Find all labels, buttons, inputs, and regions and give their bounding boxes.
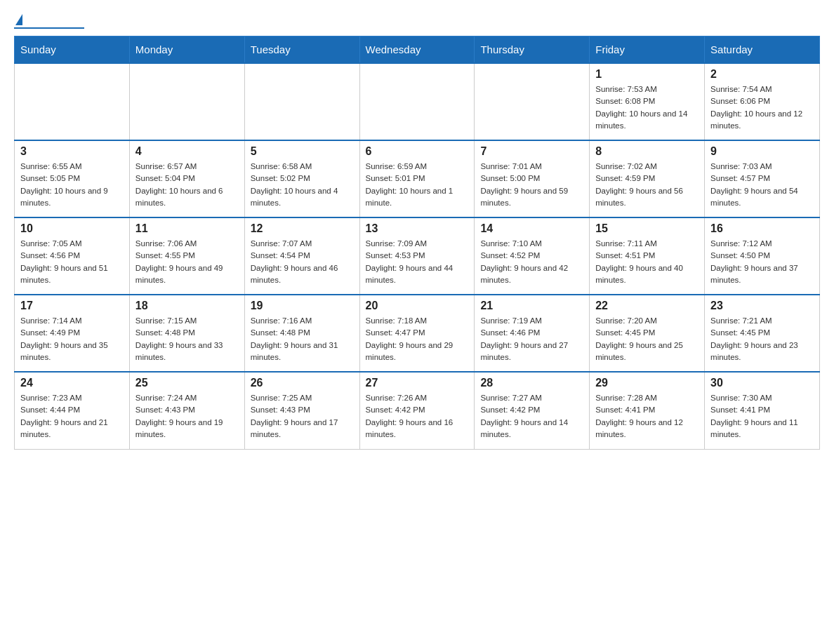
day-info: Sunrise: 7:21 AMSunset: 4:45 PMDaylight:…	[710, 315, 814, 363]
day-number: 1	[595, 68, 699, 81]
calendar-cell: 6Sunrise: 6:59 AMSunset: 5:01 PMDaylight…	[359, 140, 475, 217]
day-info: Sunrise: 7:15 AMSunset: 4:48 PMDaylight:…	[135, 315, 239, 363]
day-number: 28	[480, 377, 583, 389]
calendar-cell: 11Sunrise: 7:06 AMSunset: 4:55 PMDayligh…	[129, 217, 244, 295]
calendar-cell: 15Sunrise: 7:11 AMSunset: 4:51 PMDayligh…	[590, 217, 705, 295]
day-info: Sunrise: 7:18 AMSunset: 4:47 PMDaylight:…	[366, 315, 469, 363]
calendar-cell: 17Sunrise: 7:14 AMSunset: 4:49 PMDayligh…	[15, 295, 130, 372]
day-number: 16	[710, 222, 814, 235]
calendar-cell: 20Sunrise: 7:18 AMSunset: 4:47 PMDayligh…	[359, 295, 475, 372]
calendar-cell: 2Sunrise: 7:54 AMSunset: 6:06 PMDaylight…	[705, 63, 820, 140]
day-info: Sunrise: 6:57 AMSunset: 5:04 PMDaylight:…	[135, 161, 239, 209]
day-number: 15	[595, 222, 699, 235]
calendar-week-row: 3Sunrise: 6:55 AMSunset: 5:05 PMDaylight…	[15, 140, 820, 217]
calendar-cell: 1Sunrise: 7:53 AMSunset: 6:08 PMDaylight…	[590, 63, 705, 140]
day-info: Sunrise: 7:11 AMSunset: 4:51 PMDaylight:…	[595, 238, 699, 286]
day-number: 7	[480, 145, 583, 158]
day-info: Sunrise: 7:07 AMSunset: 4:54 PMDaylight:…	[251, 238, 354, 286]
calendar-week-row: 24Sunrise: 7:23 AMSunset: 4:44 PMDayligh…	[15, 372, 820, 449]
calendar-cell: 16Sunrise: 7:12 AMSunset: 4:50 PMDayligh…	[705, 217, 820, 295]
calendar-cell: 27Sunrise: 7:26 AMSunset: 4:42 PMDayligh…	[359, 372, 475, 449]
calendar-cell: 21Sunrise: 7:19 AMSunset: 4:46 PMDayligh…	[475, 295, 590, 372]
day-info: Sunrise: 7:28 AMSunset: 4:41 PMDaylight:…	[595, 392, 699, 441]
day-number: 6	[366, 145, 469, 158]
calendar-cell	[359, 63, 475, 140]
day-info: Sunrise: 6:58 AMSunset: 5:02 PMDaylight:…	[251, 161, 354, 209]
calendar-cell: 19Sunrise: 7:16 AMSunset: 4:48 PMDayligh…	[244, 295, 359, 372]
calendar-cell: 22Sunrise: 7:20 AMSunset: 4:45 PMDayligh…	[590, 295, 705, 372]
day-number: 24	[20, 377, 124, 389]
day-number: 19	[251, 300, 354, 312]
calendar-cell: 26Sunrise: 7:25 AMSunset: 4:43 PMDayligh…	[244, 372, 359, 449]
calendar-cell: 25Sunrise: 7:24 AMSunset: 4:43 PMDayligh…	[129, 372, 244, 449]
day-number: 22	[595, 300, 699, 312]
calendar-week-row: 1Sunrise: 7:53 AMSunset: 6:08 PMDaylight…	[15, 63, 820, 140]
day-info: Sunrise: 7:19 AMSunset: 4:46 PMDaylight:…	[480, 315, 583, 363]
day-info: Sunrise: 7:06 AMSunset: 4:55 PMDaylight:…	[135, 238, 239, 286]
calendar-cell: 24Sunrise: 7:23 AMSunset: 4:44 PMDayligh…	[15, 372, 130, 449]
day-number: 4	[135, 145, 239, 158]
logo	[14, 14, 88, 29]
day-number: 13	[366, 222, 469, 235]
day-info: Sunrise: 7:10 AMSunset: 4:52 PMDaylight:…	[480, 238, 583, 286]
day-info: Sunrise: 7:20 AMSunset: 4:45 PMDaylight:…	[595, 315, 699, 363]
day-info: Sunrise: 7:25 AMSunset: 4:43 PMDaylight:…	[251, 392, 354, 441]
day-info: Sunrise: 7:53 AMSunset: 6:08 PMDaylight:…	[595, 83, 699, 132]
weekday-header-tuesday: Tuesday	[244, 36, 359, 64]
day-number: 30	[710, 377, 814, 389]
day-info: Sunrise: 7:26 AMSunset: 4:42 PMDaylight:…	[366, 392, 469, 441]
calendar-cell: 23Sunrise: 7:21 AMSunset: 4:45 PMDayligh…	[705, 295, 820, 372]
day-number: 18	[135, 300, 239, 312]
calendar-cell: 10Sunrise: 7:05 AMSunset: 4:56 PMDayligh…	[15, 217, 130, 295]
calendar-cell: 7Sunrise: 7:01 AMSunset: 5:00 PMDaylight…	[475, 140, 590, 217]
page-header	[14, 14, 820, 29]
calendar-cell: 18Sunrise: 7:15 AMSunset: 4:48 PMDayligh…	[129, 295, 244, 372]
day-number: 9	[710, 145, 814, 158]
day-number: 2	[710, 68, 814, 81]
day-number: 26	[251, 377, 354, 389]
weekday-header-sunday: Sunday	[15, 36, 130, 64]
day-number: 20	[366, 300, 469, 312]
day-number: 27	[366, 377, 469, 389]
calendar-cell: 14Sunrise: 7:10 AMSunset: 4:52 PMDayligh…	[475, 217, 590, 295]
day-info: Sunrise: 7:01 AMSunset: 5:00 PMDaylight:…	[480, 161, 583, 209]
logo-line	[14, 27, 84, 29]
calendar-cell: 9Sunrise: 7:03 AMSunset: 4:57 PMDaylight…	[705, 140, 820, 217]
calendar-header-row: SundayMondayTuesdayWednesdayThursdayFrid…	[15, 36, 820, 64]
day-number: 29	[595, 377, 699, 389]
calendar-cell: 4Sunrise: 6:57 AMSunset: 5:04 PMDaylight…	[129, 140, 244, 217]
day-info: Sunrise: 7:24 AMSunset: 4:43 PMDaylight:…	[135, 392, 239, 441]
calendar-cell: 29Sunrise: 7:28 AMSunset: 4:41 PMDayligh…	[590, 372, 705, 449]
day-number: 3	[20, 145, 124, 158]
calendar-cell: 28Sunrise: 7:27 AMSunset: 4:42 PMDayligh…	[475, 372, 590, 449]
calendar-cell: 5Sunrise: 6:58 AMSunset: 5:02 PMDaylight…	[244, 140, 359, 217]
day-number: 10	[20, 222, 124, 235]
weekday-header-friday: Friday	[590, 36, 705, 64]
day-info: Sunrise: 7:27 AMSunset: 4:42 PMDaylight:…	[480, 392, 583, 441]
day-info: Sunrise: 6:59 AMSunset: 5:01 PMDaylight:…	[366, 161, 469, 209]
day-info: Sunrise: 7:05 AMSunset: 4:56 PMDaylight:…	[20, 238, 124, 286]
day-info: Sunrise: 7:03 AMSunset: 4:57 PMDaylight:…	[710, 161, 814, 209]
weekday-header-monday: Monday	[129, 36, 244, 64]
day-info: Sunrise: 7:12 AMSunset: 4:50 PMDaylight:…	[710, 238, 814, 286]
calendar-cell: 13Sunrise: 7:09 AMSunset: 4:53 PMDayligh…	[359, 217, 475, 295]
day-number: 8	[595, 145, 699, 158]
calendar-cell: 3Sunrise: 6:55 AMSunset: 5:05 PMDaylight…	[15, 140, 130, 217]
day-info: Sunrise: 7:54 AMSunset: 6:06 PMDaylight:…	[710, 83, 814, 132]
day-number: 21	[480, 300, 583, 312]
day-info: Sunrise: 7:09 AMSunset: 4:53 PMDaylight:…	[366, 238, 469, 286]
calendar-cell: 12Sunrise: 7:07 AMSunset: 4:54 PMDayligh…	[244, 217, 359, 295]
calendar-cell: 8Sunrise: 7:02 AMSunset: 4:59 PMDaylight…	[590, 140, 705, 217]
day-number: 17	[20, 300, 124, 312]
calendar-cell	[15, 63, 130, 140]
day-number: 12	[251, 222, 354, 235]
calendar-cell	[129, 63, 244, 140]
day-number: 5	[251, 145, 354, 158]
calendar-cell	[244, 63, 359, 140]
weekday-header-thursday: Thursday	[475, 36, 590, 64]
weekday-header-wednesday: Wednesday	[359, 36, 475, 64]
day-number: 25	[135, 377, 239, 389]
calendar-week-row: 17Sunrise: 7:14 AMSunset: 4:49 PMDayligh…	[15, 295, 820, 372]
logo-triangle-icon	[15, 14, 22, 25]
day-number: 23	[710, 300, 814, 312]
